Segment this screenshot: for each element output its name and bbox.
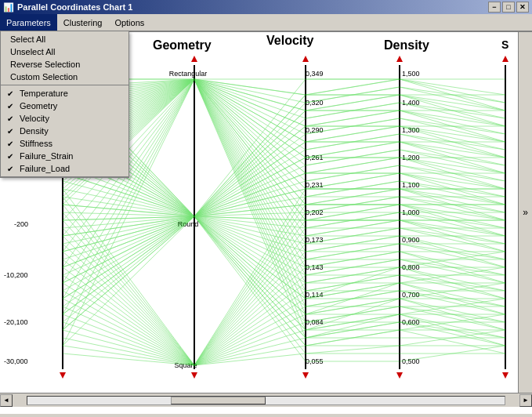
unselect-all-item[interactable]: Unselect All	[1, 45, 128, 58]
den-tick-6: 1,000	[402, 208, 420, 216]
menu-item-parameters[interactable]: Parameters	[0, 14, 57, 31]
window-icon: 📊	[3, 2, 14, 13]
check-velocity: ✔	[7, 114, 16, 123]
svg-marker-4	[60, 372, 66, 379]
param-stiffness[interactable]: ✔Stiffness	[1, 137, 128, 150]
check-stiffness: ✔	[7, 140, 16, 148]
vel-tick-8: 0,143	[306, 263, 324, 271]
maximize-button[interactable]: □	[502, 2, 515, 13]
axis-label-density: Density	[384, 38, 429, 53]
axis-label-geometry: Geometry	[153, 38, 212, 53]
vel-tick-6: 0,202	[306, 208, 324, 216]
horizontal-scrollbar-area: ◄ ►	[0, 393, 532, 407]
temp-tick-7: -30,000	[4, 357, 28, 365]
close-button[interactable]: ✕	[516, 2, 529, 13]
temp-tick-4: -200	[14, 220, 28, 228]
axis-label-stiffness: S	[501, 38, 508, 51]
svg-marker-15	[502, 56, 508, 62]
den-tick-4: 1,200	[402, 154, 420, 161]
scroll-right-button[interactable]: ►	[519, 394, 532, 407]
param-temperature[interactable]: ✔Temperature	[1, 87, 128, 100]
minimize-button[interactable]: −	[488, 2, 501, 13]
menu-item-options[interactable]: Options	[108, 14, 150, 31]
check-temperature: ✔	[7, 89, 16, 98]
vel-tick-5: 0,231	[306, 181, 324, 189]
check-density: ✔	[7, 127, 16, 136]
param-velocity[interactable]: ✔Velocity	[1, 112, 128, 125]
select-all-item[interactable]: Select All	[1, 33, 128, 45]
vel-tick-9: 0,114	[306, 291, 324, 299]
check-failure-strain: ✔	[7, 152, 16, 161]
svg-marker-16	[502, 372, 508, 379]
dropdown-params-section: ✔Temperature ✔Geometry ✔Velocity ✔Densit…	[1, 85, 128, 177]
axis-label-velocity: Velocity	[266, 34, 313, 48]
reverse-selection-item[interactable]: Reverse Selection	[1, 58, 128, 71]
svg-marker-12	[396, 56, 403, 62]
scrollbar-thumb[interactable]	[171, 397, 266, 404]
collapse-button[interactable]: »	[518, 32, 532, 393]
geo-tick-1: Rectangular	[153, 70, 223, 78]
dropdown-actions-section: Select All Unselect All Reverse Selectio…	[1, 31, 128, 85]
den-tick-5: 1,100	[402, 181, 420, 189]
window-title: Parallel Coordinates Chart 1	[17, 2, 132, 12]
vel-tick-11: 0,055	[306, 357, 324, 365]
den-tick-7: 0,900	[402, 236, 420, 244]
temp-tick-5: -10,200	[4, 271, 28, 279]
title-bar-controls: − □ ✕	[488, 2, 529, 13]
den-tick-3: 1,300	[402, 126, 420, 134]
menu-bar: Parameters Clustering Options	[0, 14, 532, 31]
den-tick-11: 0,500	[402, 357, 420, 365]
custom-selection-item[interactable]: Custom Selection	[1, 71, 128, 83]
check-failure-load: ✔	[7, 165, 16, 173]
geo-tick-3: Square	[162, 361, 209, 369]
vel-tick-10: 0,084	[306, 318, 324, 326]
svg-marker-9	[302, 56, 309, 62]
geo-tick-2: Round	[165, 220, 212, 228]
title-bar-left: 📊 Parallel Coordinates Chart 1	[3, 2, 132, 13]
title-bar: 📊 Parallel Coordinates Chart 1 − □ ✕	[0, 0, 532, 14]
param-failure-load[interactable]: ✔Failure_Load	[1, 162, 128, 175]
vel-tick-7: 0,173	[306, 236, 324, 244]
menu-item-clustering[interactable]: Clustering	[57, 14, 109, 31]
svg-marker-6	[191, 56, 197, 62]
scroll-left-button[interactable]: ◄	[0, 394, 13, 407]
den-tick-1: 1,500	[402, 70, 420, 78]
svg-marker-13	[396, 372, 403, 379]
collapse-icon: »	[523, 207, 528, 218]
den-tick-9: 0,700	[402, 291, 420, 299]
vel-tick-4: 0,261	[306, 154, 324, 161]
vel-tick-2: 0,320	[306, 99, 324, 107]
param-density[interactable]: ✔Density	[1, 125, 128, 137]
svg-marker-7	[191, 372, 197, 379]
vel-tick-1: 0,349	[306, 70, 324, 78]
den-tick-2: 1,400	[402, 99, 420, 107]
svg-marker-10	[302, 372, 309, 379]
temp-tick-6: -20,100	[4, 318, 28, 326]
param-geometry[interactable]: ✔Geometry	[1, 100, 128, 112]
vel-tick-3: 0,290	[306, 126, 324, 134]
den-tick-8: 0,800	[402, 263, 420, 271]
param-failure-strain[interactable]: ✔Failure_Strain	[1, 150, 128, 162]
den-tick-10: 0,600	[402, 318, 420, 326]
parameters-dropdown: Select All Unselect All Reverse Selectio…	[0, 31, 129, 178]
check-geometry: ✔	[7, 102, 16, 111]
horizontal-scrollbar[interactable]	[27, 396, 505, 405]
